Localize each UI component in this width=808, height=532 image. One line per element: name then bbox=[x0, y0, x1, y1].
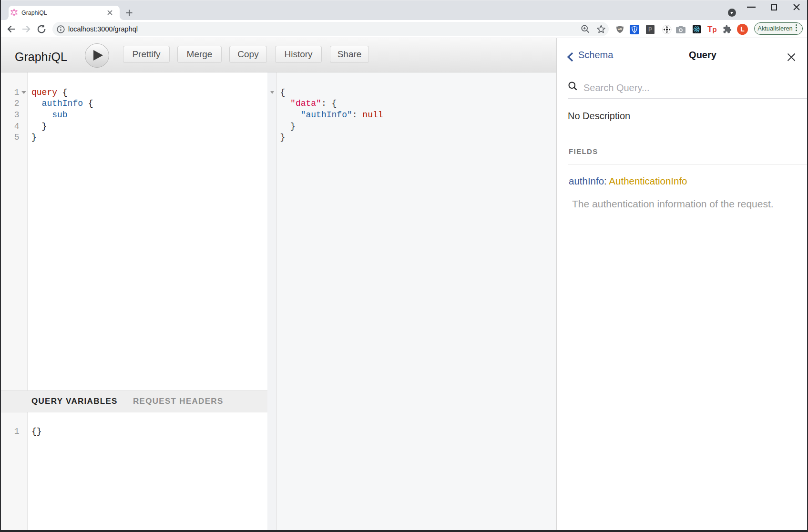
svg-text:P: P bbox=[648, 26, 652, 33]
svg-text:uO: uO bbox=[618, 27, 622, 31]
